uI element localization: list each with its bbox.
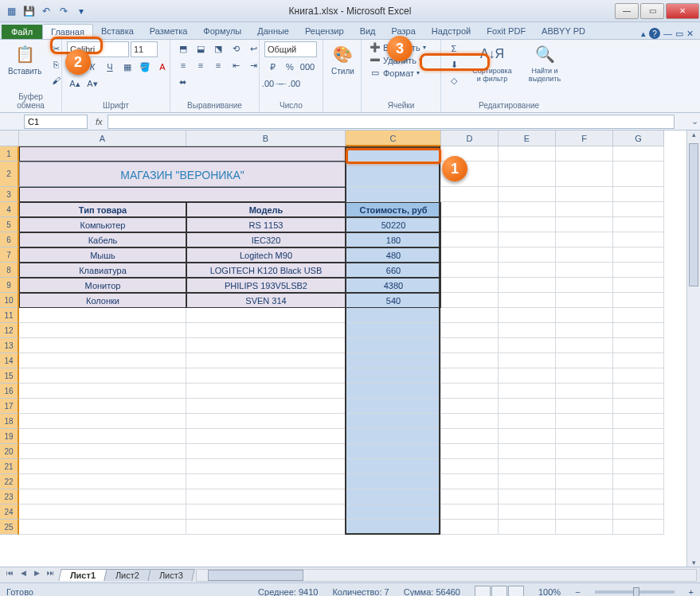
- cells-area[interactable]: МАГАЗИН "ВЕРОНИКА"Тип товараМодельСтоимо…: [19, 146, 664, 535]
- wrap-text-icon[interactable]: ↩: [245, 41, 261, 56]
- cell-c2[interactable]: [346, 162, 441, 187]
- col-header-C[interactable]: C: [346, 130, 441, 146]
- ribbon-tab-9[interactable]: Foxit PDF: [479, 24, 534, 39]
- row-header-3[interactable]: 3: [0, 187, 19, 202]
- sheet-tab-2[interactable]: Лист3: [148, 569, 195, 581]
- row-header-13[interactable]: 13: [0, 338, 19, 353]
- grow-font-icon[interactable]: A▴: [67, 76, 83, 91]
- cell-r9-5[interactable]: [556, 278, 613, 293]
- cell-r1-5[interactable]: [556, 146, 613, 162]
- cell-r23-4[interactable]: [499, 489, 556, 504]
- cell-r11-0[interactable]: [19, 308, 186, 323]
- ribbon-tab-2[interactable]: Разметка: [142, 24, 196, 39]
- col-header-D[interactable]: D: [441, 130, 499, 146]
- cell-r20-2[interactable]: [346, 444, 441, 459]
- cell-r4-6[interactable]: [613, 202, 664, 217]
- cell-r16-0[interactable]: [19, 384, 186, 399]
- shrink-font-icon[interactable]: A▾: [84, 76, 100, 91]
- cell-r21-5[interactable]: [556, 459, 613, 474]
- cell-r23-2[interactable]: [346, 489, 441, 504]
- cell-r7-3[interactable]: [441, 247, 499, 263]
- cell-type-0[interactable]: Компьютер: [19, 217, 186, 232]
- row-header-8[interactable]: 8: [0, 263, 19, 278]
- minimize-button[interactable]: —: [615, 3, 639, 19]
- cell-r18-3[interactable]: [441, 414, 499, 429]
- sheet-prev-icon[interactable]: ◀: [17, 569, 29, 582]
- cell-r7-5[interactable]: [556, 247, 613, 263]
- cell-r13-5[interactable]: [556, 338, 613, 353]
- ribbon-tab-10[interactable]: ABBYY PD: [534, 24, 593, 39]
- cell-r19-6[interactable]: [613, 429, 664, 444]
- doc-restore-icon[interactable]: ▭: [675, 29, 683, 39]
- sheet-first-icon[interactable]: ⏮: [3, 569, 16, 582]
- cell-r15-2[interactable]: [346, 368, 441, 384]
- cell-r11-5[interactable]: [556, 308, 613, 323]
- ribbon-tab-1[interactable]: Вставка: [93, 24, 142, 39]
- cell-r17-1[interactable]: [186, 399, 346, 414]
- cell-r16-2[interactable]: [346, 384, 441, 399]
- align-mid-icon[interactable]: ⬓: [193, 41, 209, 56]
- col-header-F[interactable]: F: [556, 130, 613, 146]
- row-header-12[interactable]: 12: [0, 323, 19, 338]
- cell-r11-4[interactable]: [499, 308, 556, 323]
- cell-r19-1[interactable]: [186, 429, 346, 444]
- cell-r13-4[interactable]: [499, 338, 556, 353]
- cell-r21-0[interactable]: [19, 459, 186, 474]
- cell-r25-4[interactable]: [499, 520, 556, 535]
- cell-r11-6[interactable]: [613, 308, 664, 323]
- cell-r14-4[interactable]: [499, 353, 556, 368]
- cell-cost-2[interactable]: 480: [346, 247, 441, 263]
- page-layout-icon[interactable]: [491, 586, 507, 597]
- indent-inc-icon[interactable]: ⇥: [245, 58, 261, 72]
- cell-r24-5[interactable]: [556, 504, 613, 520]
- styles-button[interactable]: 🎨 Стили: [328, 41, 358, 77]
- cell-r3-4[interactable]: [499, 187, 556, 202]
- help-icon[interactable]: ?: [649, 28, 660, 39]
- cell-cost-0[interactable]: 50220: [346, 217, 441, 232]
- cell-r11-1[interactable]: [186, 308, 346, 323]
- align-center-icon[interactable]: ≡: [193, 58, 209, 72]
- find-select-button[interactable]: 🔍 Найти и выделить: [522, 41, 567, 84]
- hdr-cost[interactable]: Стоимость, руб: [346, 202, 441, 217]
- cell-r13-6[interactable]: [613, 338, 664, 353]
- cell-r19-5[interactable]: [556, 429, 613, 444]
- row-header-17[interactable]: 17: [0, 399, 19, 414]
- cell-r25-3[interactable]: [441, 520, 499, 535]
- cell-r25-1[interactable]: [186, 520, 346, 535]
- cell-r15-0[interactable]: [19, 368, 186, 384]
- col-header-B[interactable]: B: [186, 130, 346, 146]
- cell-r9-6[interactable]: [613, 278, 664, 293]
- name-box[interactable]: [24, 115, 88, 129]
- cell-r10-4[interactable]: [499, 293, 556, 308]
- row-header-14[interactable]: 14: [0, 353, 19, 368]
- row-header-16[interactable]: 16: [0, 384, 19, 399]
- merge-icon[interactable]: ⬌: [175, 75, 190, 89]
- ribbon-tab-5[interactable]: Рецензир: [297, 24, 352, 39]
- cell-r18-5[interactable]: [556, 414, 613, 429]
- align-bot-icon[interactable]: ⬔: [210, 41, 226, 56]
- fill-icon[interactable]: ⬇: [446, 57, 462, 72]
- font-color-button[interactable]: A: [154, 60, 170, 74]
- cell-r5-3[interactable]: [441, 217, 499, 232]
- cell-r22-2[interactable]: [346, 474, 441, 489]
- autosum-icon[interactable]: Σ: [446, 41, 462, 56]
- underline-button[interactable]: Ч: [102, 60, 118, 74]
- cell-r18-1[interactable]: [186, 414, 346, 429]
- cell-r17-6[interactable]: [613, 399, 664, 414]
- cell-r18-2[interactable]: [346, 414, 441, 429]
- cell-r16-5[interactable]: [556, 384, 613, 399]
- cell-r5-5[interactable]: [556, 217, 613, 232]
- cell-r18-6[interactable]: [613, 414, 664, 429]
- formula-input[interactable]: [108, 115, 675, 129]
- cell-r15-5[interactable]: [556, 368, 613, 384]
- cell-r20-6[interactable]: [613, 444, 664, 459]
- horizontal-scrollbar[interactable]: [196, 569, 697, 582]
- cell-r11-2[interactable]: [346, 308, 441, 323]
- cell-cost-1[interactable]: 180: [346, 232, 441, 247]
- cell-model-5[interactable]: SVEN 314: [186, 293, 346, 308]
- cell-r13-0[interactable]: [19, 338, 186, 353]
- cell-r22-3[interactable]: [441, 474, 499, 489]
- cell-r12-3[interactable]: [441, 323, 499, 338]
- cell-r8-4[interactable]: [499, 263, 556, 278]
- cell-r16-4[interactable]: [499, 384, 556, 399]
